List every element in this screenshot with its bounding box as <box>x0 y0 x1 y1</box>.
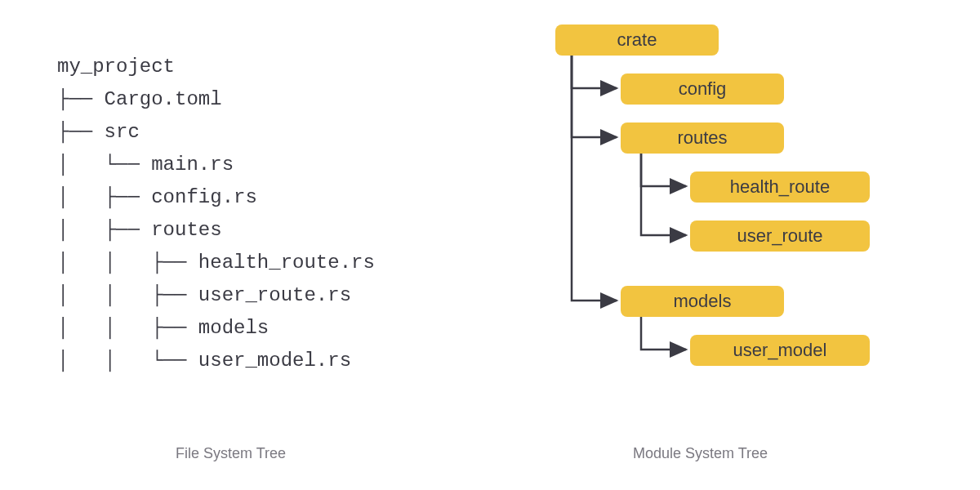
module-node-user-model: user_model <box>690 335 870 366</box>
fs-line: │ │ ├── health_route.rs <box>57 252 375 274</box>
fs-line: my_project <box>57 56 175 78</box>
fs-line: │ │ └── user_model.rs <box>57 350 351 372</box>
fs-line: │ │ ├── models <box>57 317 269 339</box>
fs-line: ├── Cargo.toml <box>57 88 222 110</box>
fs-line: │ ├── routes <box>57 219 222 241</box>
fs-line: │ └── main.rs <box>57 154 234 176</box>
module-system-tree: crate config routes health_route user_ro… <box>523 24 947 433</box>
module-node-crate: crate <box>555 24 719 56</box>
module-node-models: models <box>621 286 784 317</box>
fs-line: │ ├── config.rs <box>57 186 257 208</box>
file-system-tree: my_project ├── Cargo.toml ├── src │ └── … <box>57 51 375 377</box>
caption-module-system: Module System Tree <box>633 445 768 462</box>
module-node-config: config <box>621 74 784 105</box>
module-node-user-route: user_route <box>690 220 870 252</box>
fs-line: ├── src <box>57 121 140 143</box>
module-node-routes: routes <box>621 122 784 154</box>
module-node-health-route: health_route <box>690 172 870 203</box>
fs-line: │ │ ├── user_route.rs <box>57 284 351 306</box>
caption-file-system: File System Tree <box>176 445 286 462</box>
diagram-canvas: my_project ├── Cargo.toml ├── src │ └── … <box>0 0 980 490</box>
